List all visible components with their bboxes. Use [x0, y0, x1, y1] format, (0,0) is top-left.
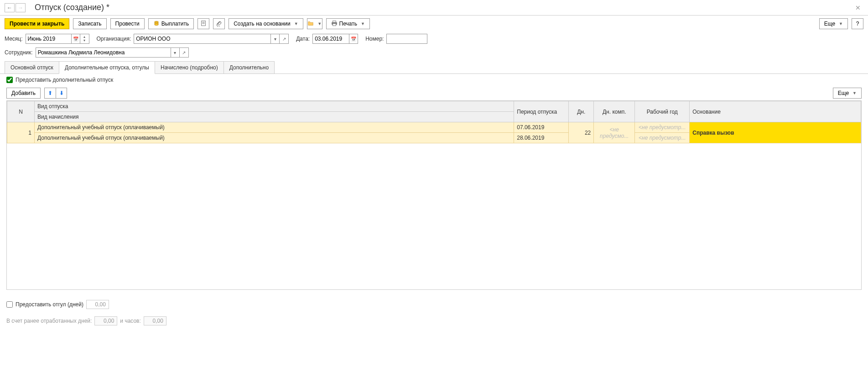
employee-label: Сотрудник:: [5, 49, 33, 56]
printer-icon: [331, 20, 338, 28]
chevron-down-icon[interactable]: ▾: [171, 47, 180, 58]
time-off-checkbox[interactable]: [6, 301, 13, 308]
number-label: Номер:: [365, 36, 384, 42]
tab-main[interactable]: Основной отпуск: [5, 61, 59, 73]
open-icon[interactable]: ↗: [180, 47, 189, 58]
svg-point-2: [154, 23, 158, 25]
main-toolbar: Провести и закрыть Записать Провести Вып…: [0, 16, 868, 32]
worked-days-label: В счет ранее отработанных дней:: [6, 318, 92, 324]
move-down-button[interactable]: ⬇: [56, 88, 67, 98]
cell-n[interactable]: 1: [7, 122, 35, 143]
cell-period-to[interactable]: 28.06.2019: [514, 133, 569, 143]
post-and-close-button[interactable]: Провести и закрыть: [5, 18, 69, 29]
header-n: N: [7, 101, 35, 122]
back-button[interactable]: ←: [5, 3, 15, 12]
folder-icon: [307, 20, 314, 28]
document-icon: [200, 20, 207, 28]
table-row[interactable]: 1 Дополнительный учебный отпуск (оплачив…: [7, 122, 861, 133]
tab-additional[interactable]: Дополнительные отпуска, отгулы: [59, 61, 155, 74]
header-bar: ← → Отпуск (создание) * ✕: [0, 0, 868, 16]
tabs: Основной отпуск Дополнительные отпуска, …: [0, 61, 868, 74]
month-input-group: 📅 ▴▾: [26, 34, 89, 44]
chevron-down-icon: ▼: [852, 91, 857, 95]
hours-label: и часов:: [120, 318, 140, 324]
chevron-down-icon: ▼: [294, 21, 298, 26]
time-off-input[interactable]: [86, 300, 109, 309]
form-row-1: Месяц: 📅 ▴▾ Организация: ▾ ↗ Дата: 📅 Ном…: [0, 32, 868, 46]
provide-additional-checkbox[interactable]: [6, 77, 13, 83]
calendar-icon[interactable]: 📅: [349, 34, 358, 44]
time-off-label: Предоставить отгул (дней): [16, 301, 83, 308]
number-input[interactable]: [386, 34, 427, 44]
tab-extra[interactable]: Дополнительно: [223, 61, 275, 73]
open-icon[interactable]: ↗: [280, 34, 289, 44]
move-buttons: ⬆ ⬇: [44, 88, 67, 99]
document-button[interactable]: [198, 18, 209, 29]
table-toolbar: Добавить ⬆ ⬇ Еще ▼: [0, 86, 868, 100]
tab-accrued[interactable]: Начислено (подробно): [155, 61, 224, 73]
cell-period-from[interactable]: 07.06.2019: [514, 122, 569, 133]
spinner-icon[interactable]: ▴▾: [80, 34, 89, 44]
pay-button[interactable]: Выплатить: [148, 18, 194, 29]
org-label: Организация:: [97, 36, 131, 42]
create-based-button[interactable]: Создать на основании ▼: [229, 18, 303, 29]
folder-button[interactable]: ▼: [307, 18, 322, 29]
cell-days[interactable]: 22: [569, 122, 594, 143]
header-days: Дн.: [569, 101, 594, 122]
attachment-button[interactable]: [213, 18, 225, 29]
cell-comp[interactable]: <не предусмо...: [594, 122, 635, 143]
vacation-table: N Вид отпуска Период отпуска Дн. Дн. ком…: [7, 101, 861, 143]
provide-additional-label: Предоставить дополнительный отпуск: [16, 77, 113, 83]
org-input[interactable]: [134, 34, 270, 44]
employee-input[interactable]: [36, 47, 171, 58]
employee-input-group: ▾ ↗: [36, 47, 189, 58]
header-type: Вид отпуска: [35, 101, 514, 112]
cell-accrual[interactable]: Дополнительный учебный отпуск (оплачивае…: [35, 133, 514, 143]
close-icon[interactable]: ✕: [852, 4, 863, 11]
worked-days-row: В счет ранее отработанных дней: и часов:: [6, 316, 862, 325]
chevron-down-icon: ▼: [317, 21, 322, 26]
date-label: Дата:: [296, 36, 310, 42]
form-row-2: Сотрудник: ▾ ↗: [0, 46, 868, 59]
cell-year[interactable]: <не предусмотр...: [635, 122, 690, 133]
calendar-icon[interactable]: 📅: [71, 34, 80, 44]
checkbox-row: Предоставить дополнительный отпуск: [0, 74, 868, 86]
table-more-button[interactable]: Еще ▼: [833, 88, 862, 99]
header-year: Рабочий год: [635, 101, 690, 122]
time-off-row: Предоставить отгул (дней): [6, 300, 862, 309]
date-input[interactable]: [312, 34, 349, 44]
table-container[interactable]: N Вид отпуска Период отпуска Дн. Дн. ком…: [6, 100, 862, 290]
add-button[interactable]: Добавить: [6, 88, 41, 99]
header-period: Период отпуска: [514, 101, 569, 122]
chevron-down-icon: ▼: [839, 21, 843, 26]
footer: Предоставить отгул (дней) В счет ранее о…: [0, 290, 868, 328]
cell-type[interactable]: Дополнительный учебный отпуск (оплачивае…: [35, 122, 514, 133]
month-label: Месяц:: [5, 36, 23, 42]
header-accrual: Вид начисления: [35, 112, 514, 122]
nav-buttons: ← →: [5, 3, 26, 12]
save-button[interactable]: Записать: [73, 18, 106, 29]
page-title: Отпуск (создание) *: [35, 3, 109, 12]
svg-rect-9: [333, 23, 336, 25]
forward-button[interactable]: →: [16, 3, 26, 12]
more-button[interactable]: Еще ▼: [819, 18, 848, 29]
hours-input: [144, 316, 166, 325]
header-comp: Дн. комп.: [594, 101, 635, 122]
print-button[interactable]: Печать ▼: [326, 18, 370, 29]
cell-year2[interactable]: <не предусмотр...: [635, 133, 690, 143]
svg-rect-7: [333, 21, 336, 22]
date-input-group: 📅: [312, 34, 358, 44]
month-input[interactable]: [26, 34, 71, 44]
post-button[interactable]: Провести: [110, 18, 145, 29]
paperclip-icon: [216, 20, 222, 28]
coins-icon: [153, 20, 160, 28]
move-up-button[interactable]: ⬆: [45, 88, 56, 98]
header-basis: Основание: [690, 101, 861, 122]
cell-basis[interactable]: Справка вызов: [690, 122, 861, 143]
chevron-down-icon: ▼: [361, 21, 365, 26]
worked-days-input: [94, 316, 117, 325]
org-input-group: ▾ ↗: [134, 34, 289, 44]
svg-rect-3: [202, 21, 206, 26]
chevron-down-icon[interactable]: ▾: [270, 34, 280, 44]
help-button[interactable]: ?: [852, 18, 863, 29]
